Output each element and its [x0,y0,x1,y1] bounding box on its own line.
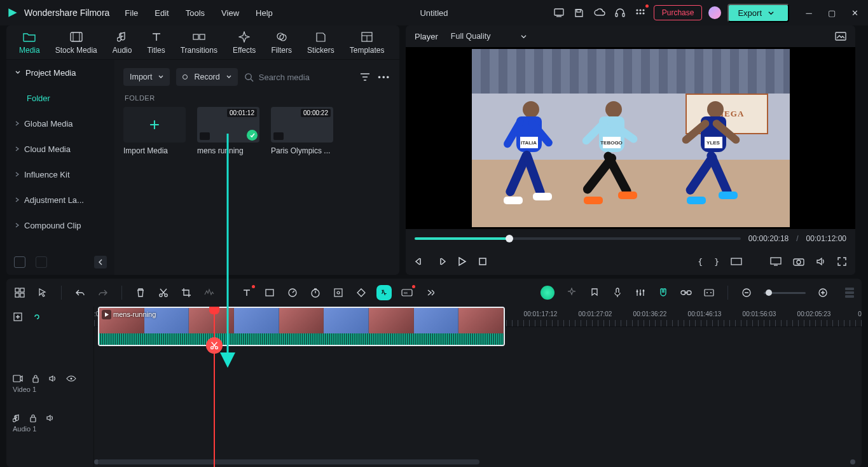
player-tab[interactable]: Player [415,32,438,41]
fullscreen-icon[interactable] [837,257,846,266]
undo-icon[interactable] [74,287,86,298]
tab-effects[interactable]: Effects [233,30,256,55]
account-avatar-icon[interactable] [708,6,721,19]
mark-in-icon[interactable]: { [698,257,703,267]
translate-icon[interactable] [378,287,390,298]
window-minimize-icon[interactable]: ─ [804,8,813,18]
audio-track-header[interactable]: Audio 1 [6,403,93,443]
render-icon[interactable] [703,287,715,298]
video-clip[interactable]: mens-running [98,307,505,346]
new-bin-alt-icon[interactable] [36,256,47,268]
voiceover-icon[interactable] [612,287,623,298]
sidebar-item-influence-kit[interactable]: Influence Kit [6,162,114,187]
new-bin-icon[interactable] [14,256,25,268]
tab-templates[interactable]: Templates [350,30,385,55]
sidebar-item-adjustment-layer[interactable]: Adjustment La... [6,187,114,213]
ratio-icon[interactable] [731,258,742,265]
sidebar-item-compound-clip[interactable]: Compound Clip [6,213,114,238]
zoom-out-icon[interactable] [741,287,752,298]
mixer-icon[interactable] [635,287,646,298]
crop-icon[interactable] [181,287,192,298]
sidebar-item-project-media[interactable]: Project Media [6,60,114,85]
menu-view[interactable]: View [221,8,239,18]
link-icon[interactable] [680,287,692,298]
sidebar-item-folder[interactable]: Folder [6,85,114,111]
lock-icon[interactable] [32,374,39,383]
media-clip-paris-olympics[interactable]: 00:00:22 Paris Olympics ... [271,107,333,155]
menu-edit[interactable]: Edit [155,8,169,18]
headphones-icon[interactable] [613,6,627,20]
camera-icon[interactable] [793,257,804,266]
sidebar-item-cloud-media[interactable]: Cloud Media [6,136,114,162]
volume-icon[interactable] [816,257,826,266]
ai-button-icon[interactable] [541,286,555,300]
magnet-icon[interactable] [658,287,669,298]
purchase-button[interactable]: Purchase [654,5,703,20]
progress-knob[interactable] [506,235,513,242]
menu-file[interactable]: File [125,8,138,18]
media-clip-mens-running[interactable]: 00:01:12 mens running [197,107,259,155]
tab-stock-media[interactable]: Stock Media [55,30,97,55]
beat-icon[interactable] [203,287,215,298]
caption-icon[interactable]: cc [401,287,413,298]
import-media-tile[interactable]: + Import Media [123,107,186,155]
auto-reframe-icon[interactable] [14,287,25,298]
cloud-icon[interactable] [593,6,607,20]
menu-tools[interactable]: Tools [186,8,205,18]
playhead-handle-icon[interactable] [209,307,219,314]
window-close-icon[interactable]: ✕ [850,8,859,18]
split-playhead-icon[interactable] [206,337,223,354]
mark-out-icon[interactable]: } [714,257,719,267]
tab-titles[interactable]: Titles [147,30,165,55]
collapse-sidebar-icon[interactable] [94,256,107,268]
tab-audio[interactable]: Audio [113,30,132,55]
stop-icon[interactable] [478,257,487,266]
video-track-header[interactable]: Video 1 [6,364,93,403]
export-button[interactable]: Export [727,4,789,22]
duration-icon[interactable] [310,287,321,298]
quality-dropdown[interactable]: Full Quality [451,32,527,41]
import-dropdown[interactable]: Import [123,68,170,86]
tab-media[interactable]: Media [19,30,40,55]
speed-icon[interactable] [287,287,298,298]
record-dropdown[interactable]: Record [176,68,237,86]
link-toggle-icon[interactable] [32,312,42,322]
mute-icon[interactable] [48,375,57,382]
apps-icon[interactable] [633,6,647,20]
zoom-slider[interactable] [764,292,806,294]
marker-icon[interactable] [589,287,600,298]
track-view-icon[interactable] [845,288,854,298]
save-icon[interactable] [572,6,586,20]
tab-filters[interactable]: Filters [271,30,292,55]
window-maximize-icon[interactable]: ▢ [827,8,836,18]
redo-icon[interactable] [97,287,109,298]
mute-icon[interactable] [46,414,55,422]
visibility-icon[interactable] [66,375,76,382]
lock-icon[interactable] [29,414,37,422]
filter-icon[interactable] [360,73,370,81]
snapshot-icon[interactable] [835,32,846,41]
tab-stickers[interactable]: Stickers [307,30,334,55]
menu-help[interactable]: Help [256,8,273,18]
delete-icon[interactable] [135,287,146,298]
device-icon[interactable] [552,6,566,20]
color-match-icon[interactable] [333,287,344,298]
search-input[interactable]: Search media [244,73,354,82]
next-frame-icon[interactable] [436,257,446,266]
more-icon[interactable]: ••• [378,73,390,82]
ai-sparkle-icon[interactable] [566,287,577,298]
more-tools-icon[interactable] [424,287,436,298]
player-progress-bar[interactable] [415,237,741,240]
timeline-scrollbar[interactable] [94,459,855,464]
add-track-icon[interactable] [13,312,23,322]
player-viewport[interactable]: OMEGA ITALIA TEBOGO YLES [406,47,855,229]
scrollbar-thumb[interactable] [98,459,479,464]
playhead[interactable] [214,307,215,467]
text-tool-icon[interactable] [241,287,252,298]
keyframe-icon[interactable] [355,287,367,298]
crop-frame-icon[interactable] [264,287,275,298]
display-icon[interactable] [770,257,782,266]
split-icon[interactable] [158,287,169,298]
play-icon[interactable] [458,256,467,267]
zoom-in-icon[interactable] [817,287,829,298]
